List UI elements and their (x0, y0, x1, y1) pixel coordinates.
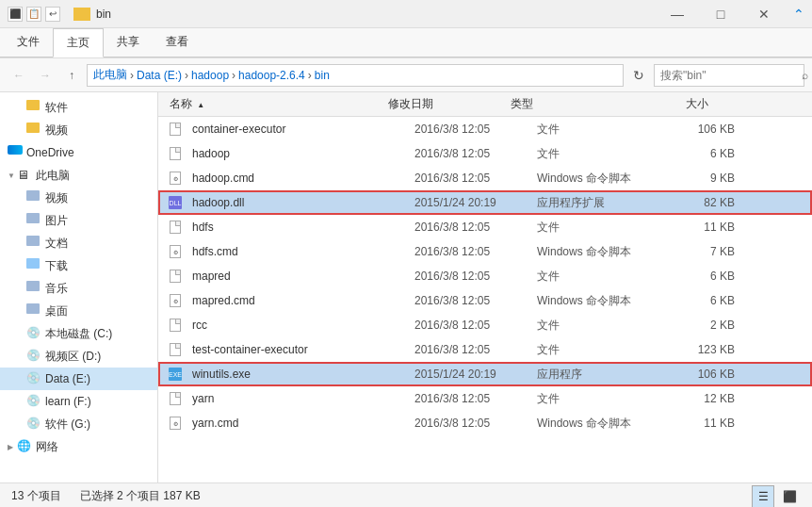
file-name: winutils.exe (188, 368, 414, 381)
quick-access-icon3[interactable]: ↩ (45, 7, 60, 22)
breadcrumb-hadoop[interactable]: hadoop (191, 69, 229, 82)
sidebar-item-documents[interactable]: 文档 (0, 232, 157, 254)
file-name: yarn (188, 392, 414, 405)
folder-icon (26, 213, 41, 228)
file-size: 7 KB (659, 245, 735, 258)
file-date: 2016/3/8 12:05 (414, 245, 537, 258)
breadcrumb-bar[interactable]: 此电脑 › Data (E:) › hadoop › hadoop-2.6.4 … (87, 64, 624, 87)
file-type: 应用程序扩展 (537, 195, 659, 211)
address-bar: ← → ↑ 此电脑 › Data (E:) › hadoop › hadoop-… (0, 58, 812, 92)
sidebar-label: Data (E:) (45, 372, 90, 385)
file-date: 2016/3/8 12:05 (414, 221, 537, 234)
table-row[interactable]: EXE winutils.exe 2015/1/24 20:19 应用程序 10… (158, 362, 812, 386)
table-row[interactable]: ⚙ hdfs.cmd 2016/3/8 12:05 Windows 命令脚本 7… (158, 239, 812, 264)
breadcrumb-hadoop-264[interactable]: hadoop-2.6.4 (238, 69, 305, 82)
sidebar-label: 网络 (36, 439, 58, 455)
sidebar-item-onedrive[interactable]: OneDrive (0, 141, 157, 164)
sidebar-label: 桌面 (45, 303, 68, 319)
forward-button[interactable]: → (34, 64, 57, 87)
sidebar-item-network[interactable]: ▶ 🌐 网络 (0, 435, 157, 458)
table-row[interactable]: test-container-executor 2016/3/8 12:05 文… (158, 337, 812, 362)
search-icon[interactable]: ⌕ (802, 69, 808, 82)
table-row[interactable]: ⚙ mapred.cmd 2016/3/8 12:05 Windows 命令脚本… (158, 288, 812, 313)
sidebar-item-video-top[interactable]: 视频 (0, 119, 157, 141)
sidebar-label: 图片 (45, 213, 68, 229)
large-icons-view-button[interactable]: ⬛ (778, 485, 801, 508)
quick-access-icon[interactable]: ⬛ (8, 7, 23, 22)
file-type: Windows 命令脚本 (537, 416, 659, 432)
table-row[interactable]: ⚙ hadoop.cmd 2016/3/8 12:05 Windows 命令脚本… (158, 166, 812, 190)
search-bar[interactable]: ⌕ (654, 64, 804, 87)
tab-share[interactable]: 共享 (104, 28, 153, 57)
sidebar-item-desktop[interactable]: 桌面 (0, 300, 157, 322)
sidebar-item-drive-f[interactable]: 💿 learn (F:) (0, 390, 157, 413)
file-name: hadoop (188, 147, 414, 160)
tab-view[interactable]: 查看 (153, 28, 202, 57)
table-row[interactable]: rcc 2016/3/8 12:05 文件 2 KB (158, 313, 812, 337)
table-row[interactable]: yarn 2016/3/8 12:05 文件 12 KB (158, 386, 812, 411)
col-header-date[interactable]: 修改日期 (388, 96, 511, 112)
sidebar-item-downloads[interactable]: 下载 (0, 254, 157, 277)
sidebar-item-video[interactable]: 视频 (0, 187, 157, 209)
file-name: hadoop.cmd (188, 172, 414, 185)
search-input[interactable] (660, 69, 802, 82)
file-size: 6 KB (659, 294, 735, 307)
breadcrumb-bin[interactable]: bin (315, 69, 330, 82)
col-header-name[interactable]: 名称 ▲ (162, 96, 388, 112)
back-button[interactable]: ← (8, 64, 30, 87)
file-icon: ⚙ (168, 416, 183, 431)
folder-icon (26, 100, 41, 115)
breadcrumb-data-e[interactable]: Data (E:) (137, 69, 182, 82)
refresh-button[interactable]: ↻ (627, 64, 650, 87)
file-type: 文件 (537, 220, 659, 236)
col-header-size[interactable]: 大小 (633, 96, 708, 112)
sidebar-item-drive-g[interactable]: 💿 软件 (G:) (0, 413, 157, 435)
ribbon-toggle[interactable]: ⌃ (793, 7, 804, 22)
file-icon (168, 122, 183, 137)
ribbon-tabs: 文件 主页 共享 查看 (0, 28, 812, 57)
sidebar-item-pictures[interactable]: 图片 (0, 209, 157, 232)
sidebar-item-drive-e[interactable]: 💿 Data (E:) (0, 368, 157, 390)
tab-file[interactable]: 文件 (4, 28, 53, 57)
close-button[interactable]: ✕ (742, 0, 786, 28)
file-icon (168, 220, 183, 235)
table-row[interactable]: hadoop 2016/3/8 12:05 文件 6 KB (158, 141, 812, 166)
breadcrumb-this-pc[interactable]: 此电脑 (93, 67, 127, 83)
table-row[interactable]: mapred 2016/3/8 12:05 文件 6 KB (158, 264, 812, 288)
details-view-button[interactable]: ☰ (752, 485, 774, 508)
file-icon: EXE (168, 367, 183, 382)
sidebar-item-drive-c[interactable]: 💿 本地磁盘 (C:) (0, 322, 157, 345)
folder-icon (26, 123, 41, 138)
sidebar-item-drive-d[interactable]: 💿 视频区 (D:) (0, 345, 157, 368)
table-row[interactable]: DLL hadoop.dll 2015/1/24 20:19 应用程序扩展 82… (158, 190, 812, 215)
table-row[interactable]: ⚙ yarn.cmd 2016/3/8 12:05 Windows 命令脚本 1… (158, 411, 812, 435)
table-row[interactable]: hdfs 2016/3/8 12:05 文件 11 KB (158, 215, 812, 239)
quick-access-icon2[interactable]: 📋 (26, 7, 41, 22)
tab-home[interactable]: 主页 (53, 28, 104, 57)
sidebar: 软件 视频 OneDrive ▼ 🖥 此电脑 视频 图片 (0, 92, 158, 482)
file-icon (168, 269, 183, 284)
drive-icon: 💿 (26, 349, 41, 364)
file-type: 文件 (537, 122, 659, 138)
file-date: 2016/3/8 12:05 (414, 392, 537, 405)
sidebar-label: 视频 (45, 123, 68, 139)
sort-indicator: ▲ (197, 101, 204, 109)
sidebar-label: 文档 (45, 236, 68, 252)
minimize-button[interactable]: — (656, 0, 699, 28)
up-button[interactable]: ↑ (60, 64, 83, 87)
file-type: 文件 (537, 146, 659, 162)
window-controls: — □ ✕ (656, 0, 786, 28)
sidebar-label: 此电脑 (36, 168, 70, 184)
sidebar-item-this-pc[interactable]: ▼ 🖥 此电脑 (0, 164, 157, 187)
file-list: container-executor 2016/3/8 12:05 文件 106… (158, 117, 812, 482)
maximize-button[interactable]: □ (699, 0, 742, 28)
network-icon: 🌐 (17, 439, 32, 454)
folder-icon (26, 190, 41, 205)
table-row[interactable]: container-executor 2016/3/8 12:05 文件 106… (158, 117, 812, 141)
folder-icon (26, 258, 41, 273)
col-header-type[interactable]: 类型 (511, 96, 633, 112)
sidebar-item-music[interactable]: 音乐 (0, 277, 157, 300)
sidebar-item-software[interactable]: 软件 (0, 96, 157, 119)
file-date: 2015/1/24 20:19 (414, 196, 537, 209)
file-name: hadoop.dll (188, 196, 414, 209)
